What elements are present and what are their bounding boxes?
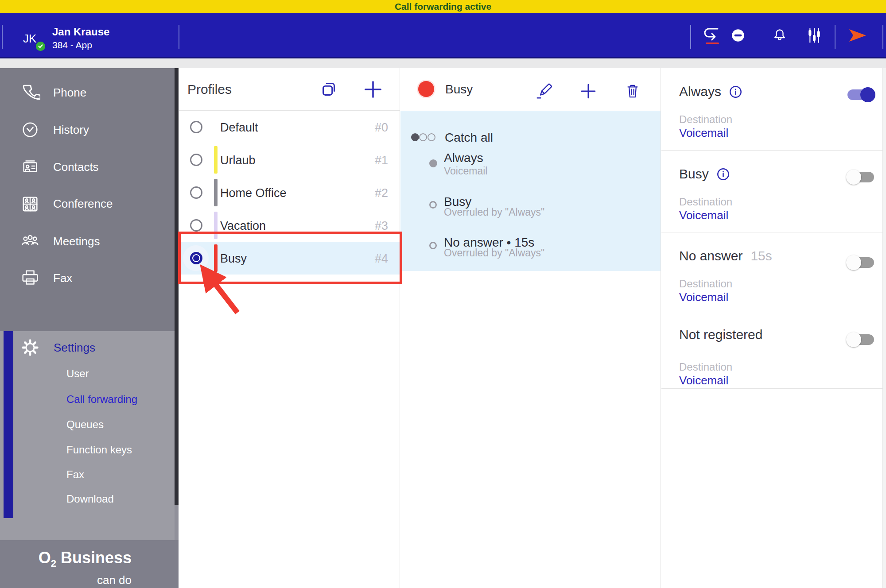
no-answer-delay: 15s [750, 248, 772, 263]
delete-profile-icon[interactable] [620, 79, 645, 104]
rule-entry-title: Always [444, 151, 483, 165]
add-rule-icon[interactable] [576, 79, 601, 104]
active-section-bar [4, 331, 13, 518]
settings-subitem-call-forwarding[interactable]: Call forwarding [66, 393, 137, 408]
contacts-icon [20, 157, 40, 177]
sidebar-item-settings[interactable]: Settings [20, 337, 95, 358]
call-forwarding-icon[interactable] [699, 23, 724, 48]
profile-color-dot [418, 81, 434, 97]
profile-name: Home Office [220, 186, 287, 200]
app-window: Call forwarding active JK Jan Krause 384… [0, 0, 886, 588]
toggle-knob [860, 87, 875, 102]
profile-color-bar [214, 179, 218, 206]
profile-radio[interactable] [190, 186, 202, 199]
sidebar-scrollbar-thumb[interactable] [175, 68, 179, 505]
sidebar-scrollbar-track[interactable] [175, 505, 179, 540]
sidebar-item-conference[interactable]: Conference [0, 185, 173, 222]
profile-radio[interactable] [190, 219, 202, 232]
send-icon[interactable] [845, 23, 870, 48]
gear-icon [20, 337, 40, 358]
profile-row-urlaub[interactable]: Urlaub #1 [179, 143, 400, 176]
destination-label: Destination [679, 113, 732, 126]
catch-all-icon [419, 133, 427, 141]
settings-subitem-queues[interactable]: Queues [66, 418, 104, 433]
audio-settings-icon[interactable] [802, 23, 827, 48]
notifications-icon[interactable] [767, 23, 792, 48]
sidebar-item-phone[interactable]: Phone [0, 74, 173, 111]
rule-bullet [429, 242, 437, 249]
profile-row-home-office[interactable]: Home Office #2 [179, 176, 400, 209]
profile-radio[interactable] [190, 121, 202, 133]
profile-color-bar [214, 146, 218, 174]
do-not-disturb-icon[interactable] [726, 23, 750, 48]
avatar[interactable]: JK [23, 32, 36, 46]
sidebar-item-history[interactable]: History [0, 111, 173, 148]
sidebar-item-label: Settings [54, 341, 95, 355]
copy-profile-icon[interactable] [316, 77, 341, 102]
profiles-panel: Profiles Default #0 Urlaub #1 [179, 68, 400, 588]
sidebar-item-label: Conference [53, 197, 113, 211]
settings-subitem-function-keys[interactable]: Function keys [66, 444, 132, 459]
sidebar-item-contacts[interactable]: Contacts [0, 148, 173, 186]
page-scrollbar-gutter[interactable] [882, 68, 886, 588]
header-divider [835, 25, 835, 49]
rule-title: No answer [679, 248, 742, 263]
detail-header: Busy [400, 68, 661, 111]
sidebar: Phone History Contacts Conference Meetin… [0, 68, 179, 588]
sidebar-item-label: Contacts [53, 160, 99, 174]
phone-icon [20, 82, 40, 103]
online-status-icon [36, 42, 45, 51]
rule-toggle-busy[interactable] [847, 172, 874, 182]
user-name: Jan Krause [52, 26, 109, 38]
settings-subitem-download[interactable]: Download [66, 493, 114, 508]
sidebar-item-label: Fax [53, 271, 72, 285]
rule-toggle-always[interactable] [847, 89, 874, 100]
destination-label: Destination [679, 196, 732, 208]
rule-entry-subtitle: Voicemail [444, 165, 487, 177]
profiles-title: Profiles [187, 82, 232, 97]
rule-toggle-not-registered[interactable] [847, 334, 874, 345]
edit-profile-icon[interactable] [532, 79, 556, 104]
header-divider [882, 25, 883, 49]
rule-bullet [429, 201, 437, 209]
sidebar-item-fax[interactable]: Fax [0, 259, 173, 297]
settings-subitem-fax[interactable]: Fax [66, 468, 84, 484]
rule-toggle-no-answer[interactable] [847, 257, 874, 268]
profile-number: #2 [375, 186, 388, 200]
sidebar-settings-section: Settings User Call forwarding Queues Fun… [0, 331, 175, 540]
profile-radio-selected[interactable] [190, 252, 202, 264]
sidebar-item-label: Phone [53, 86, 86, 100]
user-extension: 384 - App [52, 40, 92, 50]
destination-link[interactable]: Voicemail [679, 126, 728, 140]
settings-subitem-user[interactable]: User [66, 368, 89, 383]
rule-section-not-registered: Not registered Destination Voicemail [661, 311, 882, 389]
profile-number: #0 [375, 121, 388, 135]
toggle-knob [846, 255, 861, 270]
profile-row-busy[interactable]: Busy #4 [179, 242, 400, 275]
profile-row-vacation[interactable]: Vacation #3 [179, 209, 400, 242]
info-icon[interactable] [729, 85, 742, 98]
rules-summary-panel: Catch all Always Voicemail Busy Overrule… [400, 111, 661, 271]
catch-all-icon [411, 133, 419, 141]
profile-number: #3 [375, 219, 388, 233]
profile-radio[interactable] [190, 154, 202, 166]
sidebar-item-meetings[interactable]: Meetings [0, 223, 173, 260]
conference-icon [20, 193, 40, 214]
destination-link[interactable]: Voicemail [679, 209, 728, 222]
profile-row-default[interactable]: Default #0 [179, 111, 400, 143]
detail-title: Busy [445, 82, 473, 97]
rule-bullet [429, 159, 437, 167]
add-profile-icon[interactable] [361, 77, 385, 102]
fax-icon [20, 268, 40, 288]
info-icon[interactable] [717, 168, 730, 181]
destination-link[interactable]: Voicemail [679, 290, 728, 304]
profile-name: Vacation [220, 219, 266, 233]
destination-link[interactable]: Voicemail [679, 374, 728, 387]
destination-label: Destination [679, 361, 732, 373]
header-divider [179, 25, 179, 49]
rule-entry-title: Catch all [445, 131, 493, 145]
profile-color-bar [214, 244, 218, 272]
header-spacer [0, 58, 886, 68]
profile-number: #1 [375, 154, 388, 167]
rule-title: Busy [679, 166, 709, 182]
